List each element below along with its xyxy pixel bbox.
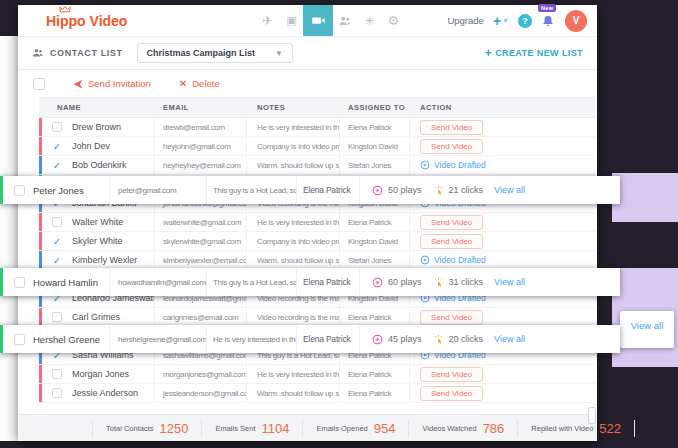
clicks-count: 20 clicks	[449, 334, 484, 344]
plus-icon: +	[493, 13, 501, 29]
view-all-link[interactable]: View all	[494, 185, 525, 195]
contact-assigned: Kingston David	[348, 237, 398, 246]
footer-stat-label: Videos Watched	[422, 424, 476, 433]
contacts-icon[interactable]	[333, 5, 357, 36]
contact-name: Howard Hamlin	[33, 277, 98, 288]
send-video-button[interactable]: Send Video	[420, 139, 483, 154]
create-new-list-label: CREATE NEW LIST	[495, 48, 583, 58]
contact-name: Walter White	[72, 217, 123, 227]
row-checkbox[interactable]	[14, 185, 25, 196]
table-body: Drew Browndrewb@email.comHe is very inte…	[39, 118, 595, 403]
send-video-button[interactable]: Send Video	[420, 367, 483, 382]
list-selector-dropdown[interactable]: Christmas Campaign List ▼	[137, 43, 293, 63]
footer-stat: Total Contacts1250	[92, 420, 202, 437]
clicks-icon	[433, 334, 444, 345]
clicks-icon	[433, 277, 444, 288]
row-status-stripe	[39, 308, 42, 326]
footer-stat: Replied with Video522	[518, 420, 635, 437]
video-drafted-status: Video Drafted	[420, 160, 486, 170]
settings-icon[interactable]: ⚙	[381, 5, 405, 36]
contact-notes: He is very interested in the prod...	[257, 218, 340, 227]
send-video-button[interactable]: Send Video	[420, 310, 483, 325]
column-header-notes: NOTES	[247, 103, 340, 112]
select-all-checkbox[interactable]	[33, 78, 45, 90]
table-row: Morgan Jonesmorganjones@gmail.comHe is v…	[39, 365, 595, 384]
header-right-group: Upgrade +▼ ? New V	[447, 10, 587, 32]
table-header-row: NAME EMAIL NOTES ASSIGNED TO ACTION	[39, 97, 595, 118]
clicks-count: 21 clicks	[449, 185, 484, 195]
row-checkbox[interactable]	[52, 217, 62, 227]
row-checkbox[interactable]: ✓	[52, 255, 62, 265]
contact-notes: Warm..should follow up so...	[257, 389, 340, 398]
help-button[interactable]: ?	[518, 14, 532, 28]
plays-icon	[372, 185, 383, 196]
contact-notes: Video recording is the mai...	[257, 313, 340, 322]
user-avatar[interactable]: V	[565, 10, 587, 32]
contact-email: kimberlywexler@email.com	[163, 256, 247, 265]
contact-list-title: CONTACT LIST	[50, 48, 123, 58]
contact-notes: Warm. should follow up so...	[257, 256, 340, 265]
contact-name: Peter Jones	[33, 185, 84, 196]
contact-email: howardhamlin@gmail.com	[118, 278, 206, 287]
video-drafted-status: Video Drafted	[420, 255, 486, 265]
scrollbar-thumb[interactable]	[588, 407, 596, 424]
contact-assigned: Elena Patrick	[348, 123, 391, 132]
column-header-action: ACTION	[410, 103, 595, 112]
contact-email: jessieanderson@gmail.com	[163, 389, 247, 398]
row-status-stripe	[39, 384, 42, 402]
row-checkbox[interactable]: ✓	[52, 236, 62, 246]
upgrade-link[interactable]: Upgrade	[447, 15, 483, 26]
row-checkbox[interactable]	[52, 369, 62, 379]
row-checkbox[interactable]	[52, 388, 62, 398]
selected-list-name: Christmas Campaign List	[147, 48, 256, 58]
send-video-button[interactable]: Send Video	[420, 120, 483, 135]
record-video-icon[interactable]	[303, 5, 333, 36]
delete-x-icon: ✕	[179, 78, 187, 89]
chevron-down-icon: ▼	[502, 17, 509, 24]
view-all-link[interactable]: View all	[494, 277, 525, 287]
notifications-button[interactable]: New	[541, 13, 556, 28]
contact-assigned: Elena Patrick	[348, 313, 391, 322]
crown-icon	[59, 6, 71, 13]
table-row: ✓John Devheyjohn@gmail.comCompany is int…	[39, 137, 595, 156]
contact-name: Morgan Jones	[72, 369, 129, 379]
new-badge: New	[538, 4, 556, 12]
send-invitation-button[interactable]: Send Invitation	[73, 78, 151, 89]
contact-notes: Company is into video produ...	[257, 237, 340, 246]
hippo-video-logo[interactable]: Hippo Video	[46, 13, 127, 29]
tour-highlight-panel	[612, 173, 678, 222]
plays-count: 50 plays	[388, 185, 422, 195]
row-status-stripe	[39, 156, 42, 174]
row-checkbox[interactable]	[14, 334, 25, 345]
campaigns-send-icon[interactable]: ✈	[255, 5, 279, 36]
clicks-icon	[433, 185, 444, 196]
video-drafted-label: Video Drafted	[434, 160, 486, 170]
view-all-link[interactable]: View all	[494, 334, 525, 344]
quick-add-button[interactable]: +▼	[493, 13, 509, 29]
video-library-icon[interactable]: ▣	[279, 5, 303, 36]
footer-stat-value: 522	[599, 421, 621, 436]
send-video-button[interactable]: Send Video	[420, 386, 483, 401]
row-checkbox[interactable]	[52, 122, 62, 132]
contact-name: John Dev	[72, 141, 110, 151]
row-checkbox[interactable]: ✓	[52, 160, 62, 170]
contact-email: skylerwhite@gmail.com	[163, 237, 241, 246]
integrations-icon[interactable]: ✳	[357, 5, 381, 36]
send-video-button[interactable]: Send Video	[420, 215, 483, 230]
bell-icon	[541, 13, 556, 27]
row-checkbox[interactable]	[14, 277, 25, 288]
highlighted-table-row: Howard Hamlinhowardhamlin@gmail.comThis …	[0, 268, 620, 296]
contacts-table: NAME EMAIL NOTES ASSIGNED TO ACTION Drew…	[39, 97, 595, 403]
plays-icon	[372, 277, 383, 288]
table-row: Jessie Andersonjessieanderson@gmail.comW…	[39, 384, 595, 403]
footer-stat-value: 954	[374, 421, 396, 436]
contact-notes: He is very interested in the prod..	[257, 370, 340, 379]
view-all-popup[interactable]: View all	[620, 311, 674, 348]
row-checkbox[interactable]: ✓	[52, 141, 62, 151]
create-new-list-button[interactable]: + CREATE NEW LIST	[485, 46, 583, 60]
send-video-button[interactable]: Send Video	[420, 234, 483, 249]
contact-email: peter@gmail.com	[118, 186, 176, 195]
row-checkbox[interactable]	[52, 312, 62, 322]
delete-button[interactable]: ✕ Delete	[179, 78, 220, 89]
plays-count: 45 plays	[388, 334, 422, 344]
